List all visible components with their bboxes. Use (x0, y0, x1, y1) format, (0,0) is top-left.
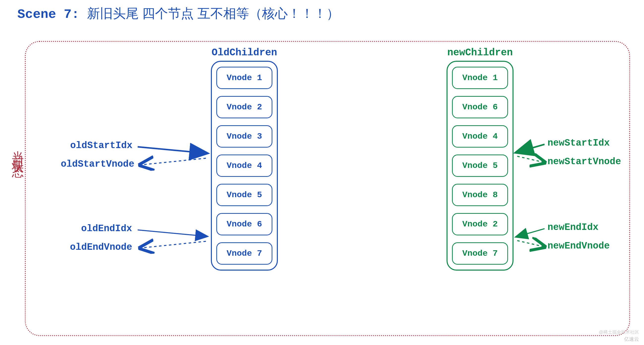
old-node: Vnode 6 (216, 213, 272, 235)
svg-line-1 (140, 158, 206, 165)
state-container (25, 41, 630, 336)
old-node: Vnode 7 (216, 242, 272, 265)
svg-line-4 (516, 144, 544, 152)
svg-line-0 (138, 147, 207, 153)
new-children-list: Vnode 1 Vnode 6 Vnode 4 Vnode 5 Vnode 8 … (446, 61, 514, 270)
old-children-title: OldChildren (211, 47, 278, 58)
new-end-vnode-label: newEndVnode (548, 240, 610, 251)
old-end-vnode-label: oldEndVnode (70, 242, 132, 252)
watermark-bottom: 亿速云 (624, 336, 639, 342)
old-start-arrows (138, 141, 210, 169)
scene-title: Scene 7: 新旧头尾 四个节点 互不相等（核心！！！） (17, 5, 339, 22)
old-node: Vnode 1 (216, 67, 272, 89)
old-node: Vnode 2 (216, 96, 272, 118)
title-chinese: 新旧头尾 四个节点 互不相等（核心！！！） (87, 6, 339, 20)
new-end-arrows (515, 223, 547, 250)
svg-line-6 (516, 229, 544, 237)
new-node: Vnode 5 (452, 154, 508, 177)
old-children-list: Vnode 1 Vnode 2 Vnode 3 Vnode 4 Vnode 5 … (211, 61, 278, 270)
state-vertical-label: 当前状态 (10, 141, 26, 161)
new-children-title: newChildren (446, 47, 514, 58)
new-start-idx-label: newStartIdx (548, 138, 610, 148)
new-node: Vnode 4 (452, 125, 508, 148)
svg-line-2 (138, 230, 207, 236)
watermark-top: @稀土掘金技术社区 (599, 329, 639, 335)
new-node: Vnode 7 (452, 242, 508, 265)
new-children-column: newChildren Vnode 1 Vnode 6 Vnode 4 Vnod… (446, 47, 514, 270)
old-end-idx-label: oldEndIdx (81, 223, 132, 234)
old-children-column: OldChildren Vnode 1 Vnode 2 Vnode 3 Vnod… (211, 47, 278, 270)
svg-line-3 (140, 241, 206, 248)
svg-line-7 (517, 240, 544, 247)
old-node: Vnode 4 (216, 154, 272, 177)
new-start-arrows (515, 139, 547, 166)
old-start-vnode-label: oldStartVnode (61, 159, 134, 170)
title-prefix: Scene 7: (17, 7, 80, 22)
old-start-idx-label: oldStartIdx (70, 140, 132, 151)
new-end-idx-label: newEndIdx (548, 222, 598, 233)
old-node: Vnode 3 (216, 125, 272, 148)
new-start-vnode-label: newStartVnode (548, 156, 621, 167)
svg-line-5 (517, 156, 544, 162)
old-node: Vnode 5 (216, 184, 272, 206)
old-end-arrows (138, 224, 210, 252)
new-node: Vnode 1 (452, 67, 508, 89)
new-node: Vnode 6 (452, 96, 508, 118)
new-node: Vnode 8 (452, 184, 508, 206)
new-node: Vnode 2 (452, 213, 508, 235)
